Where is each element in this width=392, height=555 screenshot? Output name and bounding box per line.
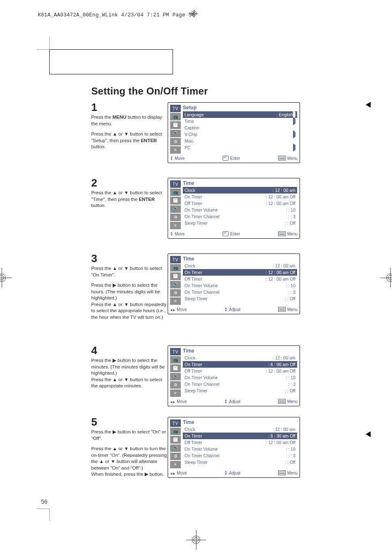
picture-icon: 🅿 bbox=[170, 121, 181, 129]
setup-icon: ⚙ bbox=[170, 138, 181, 145]
osd-footer: MoveAdjustMenu bbox=[170, 470, 297, 476]
osd-footer: MoveAdjustMenu bbox=[170, 398, 297, 405]
osd-row-value: : 12 : 00 am Off bbox=[266, 201, 295, 206]
osd-footer-left: Move bbox=[175, 232, 184, 236]
osd-row: Clock: 12 : 00 am bbox=[183, 187, 297, 193]
page: K61A_AA03472A_00Eng_WLink 4/23/04 7:21 P… bbox=[0, 0, 392, 555]
left-right-icon bbox=[170, 399, 175, 404]
osd-sidebar: TV📺🅿🔊⚙≡ bbox=[170, 105, 181, 154]
menu-icon bbox=[278, 231, 286, 236]
chevron-right-icon bbox=[293, 117, 295, 125]
osd-row: On Timer Volume: : 10 bbox=[183, 282, 297, 289]
step-text: Press the ▲ or ▼ button to select "On Ti… bbox=[91, 265, 169, 320]
osd-row-value bbox=[293, 145, 295, 150]
osd-footer: MoveEnterMenu bbox=[170, 230, 297, 237]
osd-row: Clock: 12 : 00 am bbox=[183, 355, 297, 361]
osd-row-value: : : 10 bbox=[286, 207, 295, 212]
osd-row-label: On Timer Volume bbox=[184, 375, 218, 380]
osd-row-value: : 12 : 00 am Off bbox=[266, 194, 295, 199]
osd-footer: MoveAdjustMenu bbox=[170, 306, 297, 313]
osd-time-menu: TV📺🅿🔊⚙≡TimeClock: 12 : 00 am On Timer: 1… bbox=[168, 178, 300, 239]
osd-row-label: Off Timer bbox=[184, 440, 202, 445]
osd-footer: MoveEnterMenu bbox=[170, 155, 297, 161]
osd-row-label: On Timer Volume bbox=[184, 283, 218, 288]
osd-row-value: : 12 : 00 am Off bbox=[266, 270, 295, 275]
osd-row-label: Language bbox=[184, 112, 204, 117]
tv-icon: TV bbox=[170, 348, 181, 355]
osd-row-label: On Timer Channel bbox=[184, 453, 219, 458]
osd-row-value bbox=[293, 119, 295, 124]
osd-sidebar: TV📺🅿🔊⚙≡ bbox=[170, 419, 181, 468]
sound-icon: 🔊 bbox=[170, 281, 181, 288]
enter-icon bbox=[223, 231, 228, 236]
osd-row: Clock: 12 : 00 am bbox=[183, 426, 297, 433]
osd-row-value: : 12 : 00 am bbox=[273, 427, 295, 432]
osd-footer-left: Move bbox=[177, 399, 187, 404]
osd-row-label: On Timer Volume bbox=[184, 447, 218, 451]
side-marker-icon bbox=[366, 431, 371, 437]
osd-row-label: On Timer Channel bbox=[184, 382, 219, 387]
osd-title: Time bbox=[183, 348, 297, 354]
osd-row-value: : 12 : 00 am bbox=[273, 355, 295, 360]
sound-icon: 🔊 bbox=[170, 373, 181, 380]
setup-icon: ⚙ bbox=[170, 289, 181, 297]
listings-icon: ≡ bbox=[170, 222, 181, 229]
step-text: Press the ▶ button to select the minutes… bbox=[91, 357, 169, 389]
osd-time-menu: TV📺🅿🔊⚙≡TimeClock: 12 : 00 am On Timer: 1… bbox=[168, 253, 300, 314]
osd-time-menu: TV📺🅿🔊⚙≡TimeClock: 12 : 00 am On Timer: 6… bbox=[168, 417, 300, 478]
side-marker-icon bbox=[366, 102, 371, 108]
tv-icon: TV bbox=[170, 419, 181, 427]
osd-row-label: On Timer bbox=[184, 194, 202, 199]
osd-row-value: : : 10 bbox=[286, 283, 295, 288]
osd-row-label: Clock bbox=[184, 355, 195, 360]
osd-row: On Timer Volume: : 10 bbox=[183, 374, 297, 381]
osd-row: On Timer Volume: : 10 bbox=[183, 207, 297, 213]
osd-title: Time bbox=[183, 256, 297, 262]
osd-row-value: : 6 : 30 am Off bbox=[268, 433, 295, 438]
up-down-icon bbox=[170, 231, 173, 236]
tv-icon: TV bbox=[170, 180, 181, 188]
setup-icon: ⚙ bbox=[170, 453, 181, 460]
osd-row: Time bbox=[183, 118, 297, 124]
osd-row-label: PC bbox=[184, 145, 191, 150]
sound-icon: 🔊 bbox=[170, 205, 181, 213]
crop-tick bbox=[49, 37, 50, 49]
osd-row-label: Time bbox=[184, 119, 194, 124]
menu-icon bbox=[278, 307, 286, 312]
osd-row: On Timer: 12 : 00 am Off bbox=[183, 269, 297, 276]
crop-tick bbox=[37, 49, 49, 50]
osd-row: Language : English bbox=[183, 111, 297, 118]
osd-sidebar: TV📺🅿🔊⚙≡ bbox=[170, 348, 181, 397]
up-down-icon bbox=[224, 399, 227, 403]
osd-row-value: : : 10 bbox=[286, 375, 295, 380]
osd-row: Off Timer: 12 : 00 am Off bbox=[183, 368, 297, 374]
osd-content: SetupLanguage : English TimeCaptionV-Chi… bbox=[183, 105, 297, 154]
osd-row-label: Caption bbox=[184, 125, 199, 130]
picture-icon: 🅿 bbox=[170, 272, 181, 280]
osd-row-label: Sleep Timer bbox=[184, 388, 208, 393]
osd-row-value: : 12 : 00 am Off bbox=[266, 368, 295, 373]
osd-content: TimeClock: 12 : 00 am On Timer: 12 : 00 … bbox=[183, 180, 297, 229]
up-down-icon bbox=[224, 307, 227, 311]
osd-footer-right: Menu bbox=[287, 156, 297, 161]
osd-footer-right: Menu bbox=[287, 232, 297, 236]
osd-row: Sleep Timer: : Off bbox=[183, 387, 297, 394]
osd-row-label: Off Timer bbox=[184, 201, 202, 206]
menu-icon bbox=[278, 156, 286, 161]
osd-row: Sleep Timer: : Off bbox=[183, 220, 297, 226]
tv-icon: TV bbox=[170, 256, 181, 263]
chevron-right-icon bbox=[293, 130, 295, 138]
page-number: 56 bbox=[41, 498, 48, 505]
osd-row-value: : : 3 bbox=[288, 453, 295, 458]
osd-row-value: : 6 : 00 am Off bbox=[268, 362, 295, 367]
osd-row-label: V-Chip bbox=[184, 132, 198, 137]
step-paragraph: Press the ▶ button to select the minutes… bbox=[91, 357, 169, 389]
osd-footer-mid: Adjust bbox=[229, 399, 240, 404]
osd-row: V-Chip bbox=[183, 131, 297, 138]
osd-row-label: Clock bbox=[184, 188, 195, 193]
step-text: Press the ▶ button to select "On" or "Of… bbox=[91, 429, 169, 478]
osd-row-value: : 12 : 00 am bbox=[273, 188, 295, 193]
left-right-icon bbox=[170, 471, 175, 475]
osd-row: On Timer Channel: : 3 bbox=[183, 452, 297, 459]
osd-sidebar: TV📺🅿🔊⚙≡ bbox=[170, 180, 181, 229]
